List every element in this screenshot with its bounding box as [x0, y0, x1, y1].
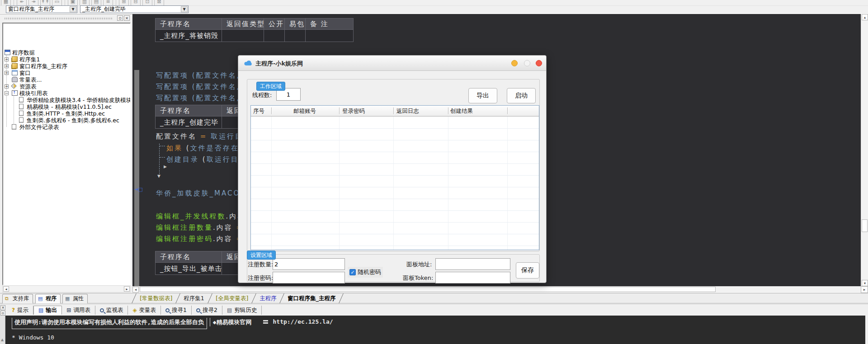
- tree-item[interactable]: +窗口程序集_主程序: [3, 63, 129, 70]
- code-line[interactable]: 创建目录 (取运行目录: [166, 155, 247, 164]
- save-button[interactable]: 保存: [516, 262, 539, 279]
- output-console: 使用声明:请勿使用本模块编写有损他人利益的软件,造成的后果全部自负 ◆精易模块官…: [5, 316, 865, 344]
- scroll-right-icon[interactable]: ▸: [861, 286, 868, 293]
- output-tab-搜寻1[interactable]: 搜寻1: [161, 306, 192, 315]
- panel-tab-程序[interactable]: ▤程序: [35, 294, 61, 303]
- os-info: * Windows 10: [12, 334, 54, 341]
- maximize-button[interactable]: [524, 60, 530, 66]
- code-line[interactable]: 写配置项 (配置文件名,: [156, 71, 240, 80]
- tree-expand-icon[interactable]: +: [5, 64, 9, 68]
- scroll-right-icon[interactable]: ▸: [124, 286, 130, 292]
- event-combo[interactable]: _主程序_创建完毕 ▼: [80, 5, 189, 13]
- panel-address-input[interactable]: [435, 258, 510, 270]
- panel-close-button[interactable]: ×: [124, 15, 130, 21]
- tree-expand-icon[interactable]: +: [5, 71, 9, 75]
- list-column-header[interactable]: 创建结果: [448, 106, 508, 116]
- combo-value: 窗口程序集_主程序: [8, 6, 54, 12]
- tree-item[interactable]: 程序数据: [3, 49, 129, 56]
- tree-item[interactable]: −模块引用表: [3, 90, 129, 97]
- document-tab[interactable]: [常量数据表]: [132, 293, 180, 303]
- tree-item-label: 资源表: [19, 83, 37, 90]
- code-line[interactable]: 如果 (文件是否存在 (: [166, 144, 246, 153]
- list-column-header[interactable]: [508, 106, 539, 116]
- close-button[interactable]: [536, 60, 542, 66]
- output-tab-输出[interactable]: ▤输出: [33, 306, 62, 315]
- random-password-checkbox[interactable]: ✓ 随机密码: [348, 267, 383, 278]
- panel-tab-支持库[interactable]: ⧉支持库: [2, 294, 33, 303]
- tree-item-label: 窗口程序集_主程序: [19, 63, 67, 70]
- 剪辑历史-icon: ▤: [227, 307, 232, 313]
- chevron-down-icon[interactable]: ▼: [70, 6, 76, 12]
- document-tab[interactable]: 程序集1: [175, 293, 212, 303]
- grid-hline: [251, 152, 539, 152]
- document-tab[interactable]: 主程序: [251, 293, 284, 303]
- constants-icon: [12, 77, 18, 82]
- code-line[interactable]: 编辑框注册数量.内容 =: [156, 223, 243, 232]
- output-tab-提示[interactable]: ?提示: [7, 306, 33, 315]
- scroll-up-icon[interactable]: ▴: [862, 14, 868, 20]
- output-tab-监视表[interactable]: 监视表: [95, 306, 128, 315]
- tree-item-label: 鱼刺类.HTTP - 鱼刺类.Http.ec: [27, 110, 105, 117]
- tree-item[interactable]: 鱼刺类.HTTP - 鱼刺类.Http.ec: [3, 110, 129, 117]
- close-icon[interactable]: ×: [0, 305, 5, 310]
- output-tab-变量表[interactable]: ◈变量表: [128, 306, 161, 315]
- chevron-down-icon[interactable]: ▼: [181, 6, 188, 12]
- editor-hscrollbar[interactable]: ◂: [132, 286, 861, 293]
- tree-item[interactable]: 华侨精绘皮肤模块3.4 - 华侨精绘皮肤模块: [3, 97, 129, 103]
- output-tab-调用表[interactable]: ⊞调用表: [62, 306, 95, 315]
- panel-grip[interactable]: [5, 18, 112, 19]
- code-line[interactable]: 写配置项 (配置文件名,: [156, 82, 240, 91]
- document-tab-label: 主程序: [259, 293, 277, 303]
- list-column-header[interactable]: 邮箱账号: [272, 106, 340, 116]
- output-tab-搜寻2[interactable]: 搜寻2: [192, 306, 222, 315]
- tree-item[interactable]: 外部文件记录表: [3, 124, 129, 130]
- tree-hscrollbar[interactable]: ◂ ▸: [2, 285, 131, 293]
- document-tab[interactable]: 窗口程序集_主程序: [280, 293, 344, 303]
- list-column-header[interactable]: 返回日志: [394, 106, 448, 116]
- code-line[interactable]: 编辑框注册密码.内容 =: [156, 234, 243, 243]
- scroll-thumb[interactable]: [862, 219, 868, 232]
- code-line[interactable]: 配置文件名 = 取运行目录: [156, 132, 251, 141]
- export-button[interactable]: 导出: [468, 88, 497, 103]
- register-count-input[interactable]: [273, 258, 345, 270]
- window-program-set-combo[interactable]: 窗口程序集_主程序 ▼: [6, 5, 77, 13]
- editor-gutter: [134, 70, 139, 286]
- list-column-header[interactable]: 登录密码: [340, 106, 394, 116]
- editor-vscrollbar[interactable]: ▴ ▾: [861, 14, 868, 286]
- tree-expand-icon[interactable]: +: [5, 57, 9, 61]
- scroll-down-icon[interactable]: ▾: [862, 280, 868, 286]
- start-button[interactable]: 启动: [507, 88, 536, 103]
- window-titlebar[interactable]: 主程序-小k娱乐网: [238, 56, 546, 71]
- panel-token-input[interactable]: [435, 272, 510, 284]
- tree-item[interactable]: +窗口: [3, 70, 129, 76]
- tree-item[interactable]: 精易模块 - 精易模块[v11.0.5].ec: [3, 103, 129, 110]
- scroll-left-icon[interactable]: ◂: [3, 286, 9, 292]
- tree-item-label: 鱼刺类.多线程6 - 鱼刺类.多线程6.ec: [27, 117, 119, 124]
- register-count-label: 注册数量:: [248, 260, 273, 269]
- register-password-input[interactable]: [273, 272, 345, 284]
- grid-vline: [393, 116, 394, 250]
- code-line[interactable]: 编辑框_并发线程数.内容: [156, 212, 245, 221]
- tree-item[interactable]: +程序集1: [3, 56, 129, 63]
- tree-item[interactable]: 鱼刺类.多线程6 - 鱼刺类.多线程6.ec: [3, 117, 129, 124]
- float-icon[interactable]: ▫: [0, 311, 5, 316]
- grid-hline: [251, 140, 539, 140]
- tree-item[interactable]: 常量表...: [3, 76, 129, 83]
- accounts-listview[interactable]: 序号邮箱账号登录密码返回日志创建结果: [250, 105, 539, 250]
- minimize-button[interactable]: [511, 60, 518, 66]
- code-line[interactable]: 写配置项 (配置文件名,: [156, 93, 240, 102]
- expand-up-icon[interactable]: ▲: [1, 338, 4, 342]
- checkbox-checked-icon[interactable]: ✓: [349, 269, 356, 275]
- scroll-left-icon[interactable]: ◂: [132, 287, 139, 293]
- scroll-thumb[interactable]: [140, 287, 716, 292]
- output-tab-剪辑历史[interactable]: ▤剪辑历史: [222, 306, 262, 315]
- magnifier-icon: [165, 308, 170, 312]
- document-tab[interactable]: [全局变量表]: [208, 293, 256, 303]
- module-url[interactable]: http://ec.125.la/: [273, 318, 333, 325]
- tree-item[interactable]: +资源表: [3, 83, 129, 90]
- list-column-header[interactable]: 序号: [251, 106, 272, 116]
- tree-expand-icon[interactable]: +: [5, 84, 9, 88]
- tree-collapse-icon[interactable]: −: [5, 91, 9, 95]
- panel-tab-属性[interactable]: ▦属性: [62, 294, 88, 303]
- panel-float-button[interactable]: ▫: [117, 15, 123, 21]
